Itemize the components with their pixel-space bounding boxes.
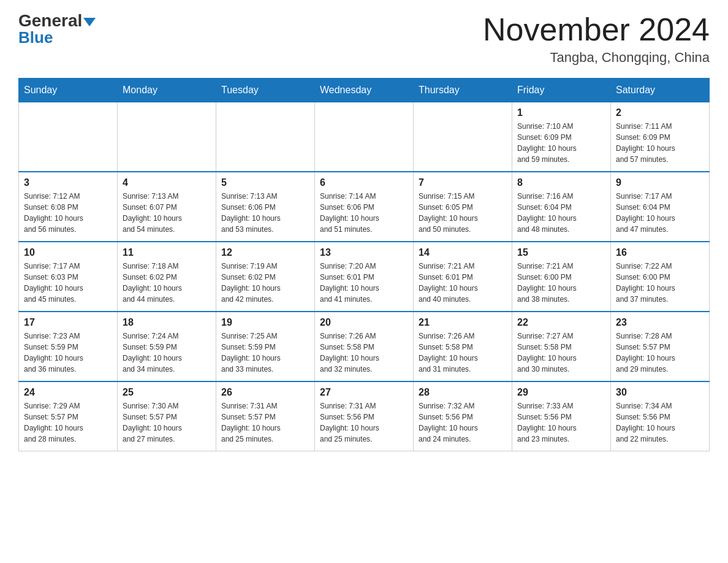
- day-info: Sunrise: 7:14 AMSunset: 6:06 PMDaylight:…: [320, 191, 408, 235]
- weekday-header-saturday: Saturday: [611, 79, 710, 102]
- weekday-header-thursday: Thursday: [414, 79, 512, 102]
- day-number: 13: [320, 247, 408, 258]
- day-info: Sunrise: 7:28 AMSunset: 5:57 PMDaylight:…: [616, 331, 704, 375]
- day-number: 20: [320, 317, 408, 328]
- day-info: Sunrise: 7:11 AMSunset: 6:09 PMDaylight:…: [616, 121, 704, 165]
- calendar-cell: 15Sunrise: 7:21 AMSunset: 6:00 PMDayligh…: [512, 242, 611, 312]
- day-number: 6: [320, 177, 408, 188]
- calendar-cell: 6Sunrise: 7:14 AMSunset: 6:06 PMDaylight…: [315, 172, 414, 242]
- calendar-week-row: 1Sunrise: 7:10 AMSunset: 6:09 PMDaylight…: [19, 102, 710, 172]
- day-number: 4: [123, 177, 211, 188]
- day-info: Sunrise: 7:23 AMSunset: 5:59 PMDaylight:…: [24, 331, 112, 375]
- day-number: 18: [123, 317, 211, 328]
- calendar-cell: 24Sunrise: 7:29 AMSunset: 5:57 PMDayligh…: [19, 381, 118, 451]
- day-number: 15: [517, 247, 605, 258]
- day-info: Sunrise: 7:26 AMSunset: 5:58 PMDaylight:…: [320, 331, 408, 375]
- day-info: Sunrise: 7:34 AMSunset: 5:56 PMDaylight:…: [616, 400, 704, 445]
- day-number: 8: [517, 177, 605, 188]
- logo-general: General: [18, 12, 96, 29]
- calendar-cell: 30Sunrise: 7:34 AMSunset: 5:56 PMDayligh…: [611, 381, 710, 451]
- calendar-cell: 11Sunrise: 7:18 AMSunset: 6:02 PMDayligh…: [118, 242, 216, 312]
- day-info: Sunrise: 7:27 AMSunset: 5:58 PMDaylight:…: [517, 331, 605, 375]
- day-number: 9: [616, 177, 704, 188]
- calendar-cell: 21Sunrise: 7:26 AMSunset: 5:58 PMDayligh…: [414, 312, 512, 381]
- calendar-cell: 23Sunrise: 7:28 AMSunset: 5:57 PMDayligh…: [611, 312, 710, 381]
- calendar-week-row: 17Sunrise: 7:23 AMSunset: 5:59 PMDayligh…: [19, 312, 710, 381]
- day-info: Sunrise: 7:12 AMSunset: 6:08 PMDaylight:…: [24, 191, 112, 235]
- day-info: Sunrise: 7:16 AMSunset: 6:04 PMDaylight:…: [517, 191, 605, 235]
- day-number: 24: [24, 387, 112, 398]
- day-number: 28: [419, 387, 507, 398]
- logo-triangle-icon: [83, 18, 96, 26]
- day-info: Sunrise: 7:21 AMSunset: 6:00 PMDaylight:…: [517, 261, 605, 305]
- day-info: Sunrise: 7:10 AMSunset: 6:09 PMDaylight:…: [517, 121, 605, 165]
- logo-blue: Blue: [18, 28, 53, 47]
- day-info: Sunrise: 7:22 AMSunset: 6:00 PMDaylight:…: [616, 261, 704, 305]
- calendar-cell: 18Sunrise: 7:24 AMSunset: 5:59 PMDayligh…: [118, 312, 216, 381]
- day-number: 3: [24, 177, 112, 188]
- day-number: 26: [221, 387, 309, 398]
- calendar-cell: 19Sunrise: 7:25 AMSunset: 5:59 PMDayligh…: [216, 312, 315, 381]
- day-number: 5: [221, 177, 309, 188]
- calendar-cell: 5Sunrise: 7:13 AMSunset: 6:06 PMDaylight…: [216, 172, 315, 242]
- day-number: 2: [616, 107, 704, 118]
- day-info: Sunrise: 7:24 AMSunset: 5:59 PMDaylight:…: [123, 331, 211, 375]
- calendar-cell: 2Sunrise: 7:11 AMSunset: 6:09 PMDaylight…: [611, 102, 710, 172]
- calendar-cell: 10Sunrise: 7:17 AMSunset: 6:03 PMDayligh…: [19, 242, 118, 312]
- calendar-cell: 8Sunrise: 7:16 AMSunset: 6:04 PMDaylight…: [512, 172, 611, 242]
- title-area: November 2024 Tangba, Chongqing, China: [483, 12, 710, 66]
- calendar-cell: 20Sunrise: 7:26 AMSunset: 5:58 PMDayligh…: [315, 312, 414, 381]
- day-info: Sunrise: 7:13 AMSunset: 6:06 PMDaylight:…: [221, 191, 309, 235]
- calendar-cell: 14Sunrise: 7:21 AMSunset: 6:01 PMDayligh…: [414, 242, 512, 312]
- calendar-cell: 12Sunrise: 7:19 AMSunset: 6:02 PMDayligh…: [216, 242, 315, 312]
- day-info: Sunrise: 7:30 AMSunset: 5:57 PMDaylight:…: [123, 400, 211, 445]
- day-info: Sunrise: 7:18 AMSunset: 6:02 PMDaylight:…: [123, 261, 211, 305]
- calendar-week-row: 24Sunrise: 7:29 AMSunset: 5:57 PMDayligh…: [19, 381, 710, 451]
- calendar-cell: 9Sunrise: 7:17 AMSunset: 6:04 PMDaylight…: [611, 172, 710, 242]
- day-number: 19: [221, 317, 309, 328]
- day-info: Sunrise: 7:13 AMSunset: 6:07 PMDaylight:…: [123, 191, 211, 235]
- day-info: Sunrise: 7:31 AMSunset: 5:56 PMDaylight:…: [320, 400, 408, 445]
- calendar-cell: 25Sunrise: 7:30 AMSunset: 5:57 PMDayligh…: [118, 381, 216, 451]
- calendar-cell: [414, 102, 512, 172]
- location-title: Tangba, Chongqing, China: [483, 50, 710, 66]
- weekday-header-wednesday: Wednesday: [315, 79, 414, 102]
- calendar-cell: 4Sunrise: 7:13 AMSunset: 6:07 PMDaylight…: [118, 172, 216, 242]
- day-number: 17: [24, 317, 112, 328]
- day-info: Sunrise: 7:19 AMSunset: 6:02 PMDaylight:…: [221, 261, 309, 305]
- day-info: Sunrise: 7:33 AMSunset: 5:56 PMDaylight:…: [517, 400, 605, 445]
- day-number: 1: [517, 107, 605, 118]
- day-number: 12: [221, 247, 309, 258]
- day-number: 7: [419, 177, 507, 188]
- calendar-cell: 29Sunrise: 7:33 AMSunset: 5:56 PMDayligh…: [512, 381, 611, 451]
- day-number: 27: [320, 387, 408, 398]
- weekday-header-monday: Monday: [118, 79, 216, 102]
- calendar-cell: 27Sunrise: 7:31 AMSunset: 5:56 PMDayligh…: [315, 381, 414, 451]
- calendar-week-row: 10Sunrise: 7:17 AMSunset: 6:03 PMDayligh…: [19, 242, 710, 312]
- logo: General Blue: [18, 12, 96, 47]
- calendar-cell: 22Sunrise: 7:27 AMSunset: 5:58 PMDayligh…: [512, 312, 611, 381]
- calendar-cell: 16Sunrise: 7:22 AMSunset: 6:00 PMDayligh…: [611, 242, 710, 312]
- weekday-header-sunday: Sunday: [19, 79, 118, 102]
- calendar-cell: 28Sunrise: 7:32 AMSunset: 5:56 PMDayligh…: [414, 381, 512, 451]
- day-number: 10: [24, 247, 112, 258]
- day-number: 23: [616, 317, 704, 328]
- calendar-cell: 7Sunrise: 7:15 AMSunset: 6:05 PMDaylight…: [414, 172, 512, 242]
- day-info: Sunrise: 7:17 AMSunset: 6:03 PMDaylight:…: [24, 261, 112, 305]
- month-title: November 2024: [483, 12, 710, 47]
- calendar-cell: 17Sunrise: 7:23 AMSunset: 5:59 PMDayligh…: [19, 312, 118, 381]
- calendar-cell: 13Sunrise: 7:20 AMSunset: 6:01 PMDayligh…: [315, 242, 414, 312]
- day-number: 30: [616, 387, 704, 398]
- calendar-cell: 1Sunrise: 7:10 AMSunset: 6:09 PMDaylight…: [512, 102, 611, 172]
- day-info: Sunrise: 7:25 AMSunset: 5:59 PMDaylight:…: [221, 331, 309, 375]
- day-info: Sunrise: 7:31 AMSunset: 5:57 PMDaylight:…: [221, 400, 309, 445]
- day-info: Sunrise: 7:15 AMSunset: 6:05 PMDaylight:…: [419, 191, 507, 235]
- weekday-header-row: SundayMondayTuesdayWednesdayThursdayFrid…: [19, 79, 710, 102]
- calendar-week-row: 3Sunrise: 7:12 AMSunset: 6:08 PMDaylight…: [19, 172, 710, 242]
- day-number: 29: [517, 387, 605, 398]
- day-info: Sunrise: 7:32 AMSunset: 5:56 PMDaylight:…: [419, 400, 507, 445]
- day-number: 25: [123, 387, 211, 398]
- day-info: Sunrise: 7:20 AMSunset: 6:01 PMDaylight:…: [320, 261, 408, 305]
- calendar-cell: [19, 102, 118, 172]
- calendar-cell: [216, 102, 315, 172]
